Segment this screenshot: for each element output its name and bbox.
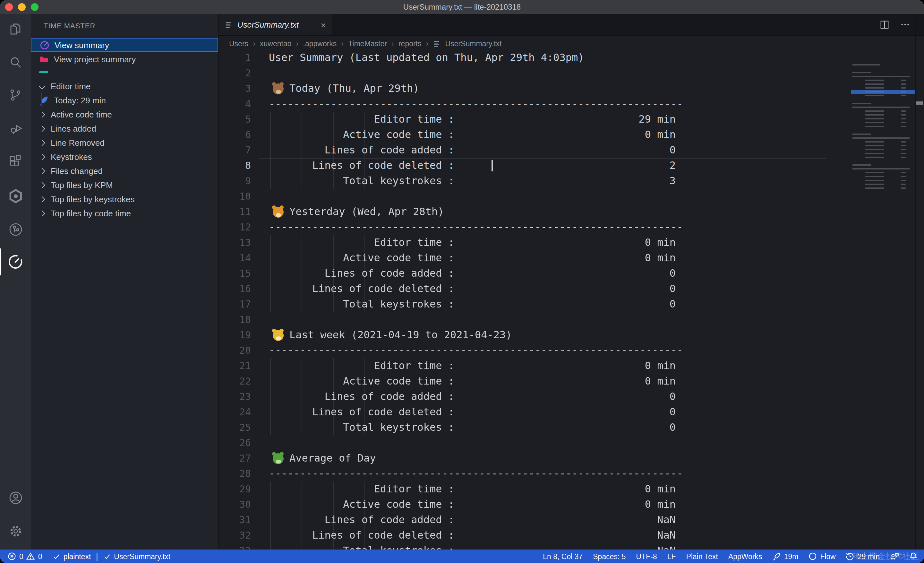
editor-line-20[interactable]: 20--------------------------------------… [219, 343, 924, 358]
git-lens-icon[interactable] [6, 220, 24, 238]
code-time-status[interactable]: 29 min [846, 552, 880, 560]
tree-item-label: Top files by code time [51, 208, 131, 218]
file-lines-icon [433, 39, 441, 47]
appworks-status[interactable]: AppWorks [728, 552, 762, 560]
editor-line-15[interactable]: 15Lines of code added :0 [219, 266, 924, 281]
editor-line-16[interactable]: 16Lines of code deleted :0 [219, 281, 924, 297]
appworks-icon[interactable] [6, 187, 24, 205]
feedback-button[interactable] [890, 552, 899, 561]
breadcrumb-item[interactable]: reports [399, 39, 422, 47]
encoding[interactable]: UTF-8 [636, 552, 657, 560]
tree-item-top-files-kpm[interactable]: Top files by KPM [31, 178, 218, 192]
explorer-icon[interactable] [6, 20, 24, 38]
cursor-position[interactable]: Ln 8, Col 37 [543, 552, 583, 560]
editor-line-23[interactable]: 23Lines of code added :0 [219, 389, 924, 404]
tree-item-line-removed[interactable]: Line Removed [31, 135, 218, 150]
editor-line-8[interactable]: 8Lines of code deleted :2 [219, 158, 924, 173]
problems-indicator[interactable]: 0 0 [8, 552, 42, 560]
editor-lines[interactable]: 1User Summary (Last updated on Thu, Apr … [219, 50, 924, 549]
tree-item-files-changed[interactable]: Files changed [31, 164, 218, 178]
editor-line-30[interactable]: 30Active code time :0 min [219, 497, 924, 512]
editor-line-21[interactable]: 21Editor time :0 min [219, 358, 924, 374]
editor-line-4[interactable]: 4---------------------------------------… [219, 96, 924, 112]
text-cursor [492, 160, 492, 171]
indentation[interactable]: Spaces: 5 [593, 552, 626, 560]
sidebar-title: TIME MASTER [44, 22, 95, 30]
editor-line-12[interactable]: 12--------------------------------------… [219, 219, 924, 235]
tiger-emoji-icon [273, 330, 284, 341]
tab-label: UserSummary.txt [237, 20, 299, 29]
editor-actions [880, 20, 910, 30]
run-debug-icon[interactable] [6, 119, 24, 137]
breadcrumb-item[interactable]: .appworks [303, 39, 337, 47]
search-icon[interactable] [6, 53, 24, 71]
sidebar-item-view-project-summary[interactable]: View project summary [31, 52, 218, 66]
sidebar-item-label: View project summary [54, 54, 136, 64]
editor-line-9[interactable]: 9Total keystrokes :3 [219, 173, 924, 189]
tree-item-today[interactable]: Today: 29 min [31, 93, 218, 107]
editor-line-27[interactable]: 27Average of Day [219, 450, 924, 466]
more-actions-icon[interactable] [900, 20, 910, 30]
editor-line-7[interactable]: 7Lines of code added :0 [219, 143, 924, 158]
time-master-icon[interactable] [6, 253, 24, 271]
editor-line-2[interactable]: 2 [219, 66, 924, 81]
close-tab-icon[interactable]: × [321, 20, 326, 29]
editor-line-25[interactable]: 25Total keystrokes :0 [219, 420, 924, 435]
tree-item-keystrokes[interactable]: Keystrokes [31, 150, 218, 164]
editor-line-13[interactable]: 13Editor time :0 min [219, 235, 924, 250]
tree-item-lines-added[interactable]: Lines added [31, 121, 218, 135]
editor-line-1[interactable]: 1User Summary (Last updated on Thu, Apr … [219, 50, 924, 66]
notifications-button[interactable] [909, 552, 918, 560]
editor-line-26[interactable]: 26 [219, 435, 924, 450]
tab-usersummary[interactable]: UserSummary.txt × [219, 14, 332, 35]
editor-line-11[interactable]: 11Yesterday (Wed, Apr 28th) [219, 204, 924, 219]
extensions-icon[interactable] [6, 153, 24, 171]
gauge-icon [39, 40, 50, 50]
close-window-button[interactable] [5, 3, 13, 11]
editor-line-10[interactable]: 10 [219, 189, 924, 204]
editor-line-19[interactable]: 19Last week (2021-04-19 to 2021-04-23) [219, 327, 924, 343]
dragon-emoji-icon [273, 453, 284, 464]
split-editor-icon[interactable] [880, 20, 890, 30]
breadcrumb-item[interactable]: Users [229, 39, 248, 47]
minimize-window-button[interactable] [18, 3, 26, 11]
zoom-window-button[interactable] [31, 3, 39, 11]
source-control-icon[interactable] [6, 86, 24, 104]
title-bar: UserSummary.txt — lite-20210318 [0, 0, 924, 14]
editor-line-24[interactable]: 24Lines of code deleted :0 [219, 404, 924, 420]
minimap[interactable] [851, 63, 915, 190]
editor-line-33[interactable]: 33Total keystrokes :NaN [219, 543, 924, 549]
flow-mode-status[interactable]: Flow [808, 552, 836, 560]
overview-cursor-marker [916, 101, 923, 105]
sidebar-item-view-summary[interactable]: View summary [31, 38, 218, 52]
tree-item-active-code-time[interactable]: Active code time [31, 107, 218, 121]
breadcrumb-item[interactable]: TimeMaster [348, 39, 387, 47]
breadcrumb-item-file[interactable]: UserSummary.txt [446, 39, 502, 47]
chevron-right-icon [39, 196, 45, 202]
editor-line-22[interactable]: 22Active code time :0 min [219, 374, 924, 389]
eol-sequence[interactable]: LF [668, 552, 676, 560]
account-icon[interactable] [6, 488, 24, 506]
tree-item-label: Active code time [51, 110, 112, 119]
time-master-status[interactable]: plaintext | UserSummary.txt [52, 552, 171, 560]
breadcrumb-item[interactable]: xuwentao [260, 39, 291, 47]
settings-gear-icon[interactable] [6, 522, 24, 540]
breadcrumb-separator: › [426, 39, 429, 48]
chevron-down-icon [39, 83, 45, 89]
editor-line-29[interactable]: 29Editor time :0 min [219, 482, 924, 497]
tree-item-editor-time[interactable]: Editor time [31, 79, 218, 93]
bell-icon [909, 552, 918, 560]
tree-item-top-files-keystrokes[interactable]: Top files by keystrokes [31, 192, 218, 206]
editor-line-6[interactable]: 6Active code time :0 min [219, 127, 924, 143]
editor-line-18[interactable]: 18 [219, 312, 924, 327]
active-code-time-status[interactable]: 19m [772, 552, 798, 560]
editor-line-32[interactable]: 32Lines of code deleted :NaN [219, 528, 924, 543]
language-mode[interactable]: Plain Text [686, 552, 718, 560]
editor-line-3[interactable]: 3Today (Thu, Apr 29th) [219, 81, 924, 96]
editor-line-17[interactable]: 17Total keystrokes :0 [219, 297, 924, 312]
tree-item-top-files-code-time[interactable]: Top files by code time [31, 206, 218, 220]
editor-line-5[interactable]: 5Editor time :29 min [219, 112, 924, 127]
editor-line-28[interactable]: 28--------------------------------------… [219, 466, 924, 482]
editor-line-31[interactable]: 31Lines of code added :NaN [219, 512, 924, 528]
editor-line-14[interactable]: 14Active code time :0 min [219, 250, 924, 266]
